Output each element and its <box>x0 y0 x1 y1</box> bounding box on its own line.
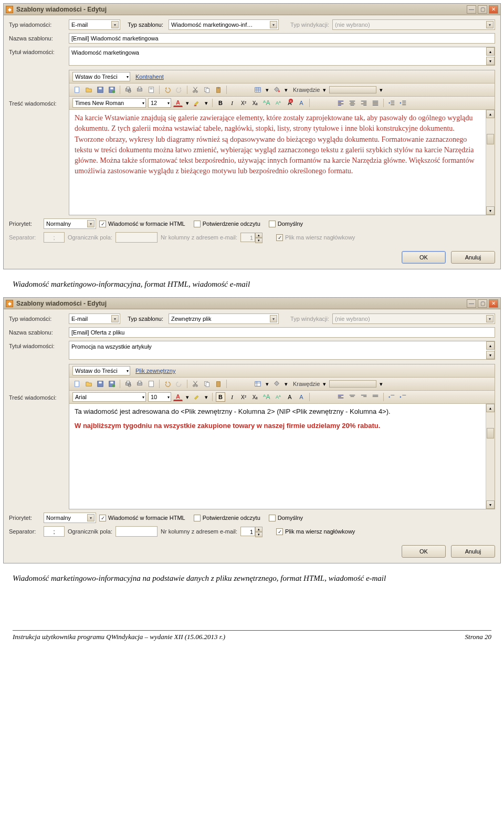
outdent-icon[interactable] <box>387 98 396 108</box>
indent-icon[interactable] <box>398 392 408 402</box>
scroll-down-icon[interactable]: ▾ <box>486 500 495 509</box>
superscript-icon[interactable]: X² <box>239 98 248 108</box>
bold-icon[interactable]: B <box>216 392 225 402</box>
paste-icon[interactable] <box>214 85 223 95</box>
editor-content[interactable]: Ta wiadomość jest adresowana do <Plik ze… <box>69 404 486 509</box>
fill-color-icon[interactable] <box>272 379 281 389</box>
checkbox-html-format[interactable]: ✓ Wiadomość w formacie HTML <box>99 515 185 521</box>
textarea-msg-title[interactable]: Promocja na wszystkie artykuły ▴ ▾ <box>69 341 495 360</box>
cancel-button[interactable]: Anuluj <box>451 545 495 558</box>
checkbox-read-receipt[interactable]: Potwierdzenie odczytu <box>194 221 260 227</box>
chevron-down-icon[interactable]: ▾ <box>322 379 327 389</box>
select-msg-type[interactable]: E-mail ▾ <box>69 19 120 30</box>
scroll-thumb[interactable] <box>487 428 494 438</box>
chevron-down-icon[interactable]: ▾ <box>284 379 289 389</box>
undo-icon[interactable] <box>163 85 172 95</box>
align-left-icon[interactable] <box>336 98 345 108</box>
down-icon[interactable]: ▾ <box>255 532 262 537</box>
checkbox-default[interactable]: Domyślny <box>269 221 303 227</box>
cut-icon[interactable] <box>191 85 200 95</box>
save-as-icon[interactable] <box>107 379 117 389</box>
select-msg-type[interactable]: E-mail ▾ <box>69 314 120 324</box>
shrink-font-icon[interactable]: Aᴬ <box>274 392 283 402</box>
print-preview-icon[interactable] <box>123 85 133 95</box>
font-color-icon[interactable]: A <box>173 99 183 107</box>
insert-to-content-dropdown[interactable]: Wstaw do Treści ▾ <box>72 366 130 375</box>
checkbox-read-receipt[interactable]: Potwierdzenie odczytu <box>194 515 260 521</box>
chevron-down-icon[interactable]: ▾ <box>204 98 209 108</box>
chevron-down-icon[interactable]: ▾ <box>379 85 384 95</box>
paste-icon[interactable] <box>214 379 223 389</box>
page-setup-icon[interactable] <box>146 85 156 95</box>
maximize-button[interactable]: ▢ <box>478 299 487 308</box>
subscript-icon[interactable]: X₂ <box>250 98 260 108</box>
scroll-down-icon[interactable]: ▾ <box>486 351 495 359</box>
font-dialog-icon[interactable]: A <box>297 98 306 108</box>
spinner-buttons[interactable]: ▴▾ <box>255 527 262 536</box>
close-button[interactable]: ✕ <box>489 5 498 14</box>
fill-color-icon[interactable] <box>272 85 281 95</box>
open-folder-icon[interactable] <box>84 379 93 389</box>
align-center-icon[interactable] <box>348 392 357 402</box>
maximize-button[interactable]: ▢ <box>478 5 487 14</box>
print-icon[interactable] <box>135 379 144 389</box>
insert-link[interactable]: Plik zewnętrzny <box>135 368 175 374</box>
save-icon[interactable] <box>96 379 105 389</box>
input-separator[interactable]: ; <box>44 526 65 537</box>
minimize-button[interactable]: — <box>467 5 476 14</box>
scroll-up-icon[interactable]: ▴ <box>486 404 495 412</box>
clear-format-icon[interactable]: A× <box>285 98 295 108</box>
insert-table-icon[interactable] <box>253 85 262 95</box>
scrollbar[interactable]: ▴ ▾ <box>486 110 495 215</box>
scrollbar[interactable]: ▴ ▾ <box>486 404 495 509</box>
editor-body[interactable]: Ta wiadomość jest adresowana do <Plik ze… <box>69 404 495 509</box>
chevron-down-icon[interactable]: ▾ <box>265 85 270 95</box>
checkbox-default[interactable]: Domyślny <box>269 515 303 521</box>
ok-button[interactable]: OK <box>402 251 446 264</box>
select-tpl-type[interactable]: Wiadomość marketingowo-inf… ▾ <box>169 19 279 30</box>
spinner-col-email[interactable]: 1 ▴▾ <box>240 527 262 536</box>
print-icon[interactable] <box>135 85 144 95</box>
chevron-down-icon[interactable]: ▾ <box>284 85 289 95</box>
checkbox-html-format[interactable]: ✓ Wiadomość w formacie HTML <box>99 221 185 227</box>
font-family-select[interactable]: Times New Roman ▾ <box>72 98 146 108</box>
input-template-name[interactable]: [Email] Oferta z pliku <box>69 327 495 338</box>
input-field-delim[interactable] <box>116 526 158 537</box>
chevron-down-icon[interactable]: ▾ <box>185 392 190 402</box>
chevron-down-icon[interactable]: ▾ <box>185 98 190 108</box>
save-as-icon[interactable] <box>107 85 117 95</box>
input-template-name[interactable]: [Email] Wiadomość marketingowa <box>69 33 495 44</box>
italic-icon[interactable]: I <box>227 98 237 108</box>
select-tpl-type[interactable]: Zewnętrzny plik ▾ <box>169 314 279 324</box>
font-size-select[interactable]: 10 ▾ <box>148 392 171 402</box>
font-dialog-icon[interactable]: A <box>297 392 306 402</box>
chevron-down-icon[interactable]: ▾ <box>265 379 270 389</box>
redo-icon[interactable] <box>174 379 184 389</box>
open-folder-icon[interactable] <box>84 85 93 95</box>
superscript-icon[interactable]: X² <box>239 392 248 402</box>
new-file-icon[interactable] <box>72 85 82 95</box>
chevron-down-icon[interactable]: ▾ <box>379 379 384 389</box>
chevron-down-icon[interactable]: ▾ <box>204 392 209 402</box>
insert-table-icon[interactable] <box>253 379 262 389</box>
insert-to-content-dropdown[interactable]: Wstaw do Treści ▾ <box>72 72 130 81</box>
ok-button[interactable]: OK <box>402 545 446 558</box>
cut-icon[interactable] <box>191 379 200 389</box>
border-style-dropdown[interactable] <box>329 86 376 93</box>
font-size-select[interactable]: 12 ▾ <box>148 98 171 108</box>
subscript-icon[interactable]: X₂ <box>250 392 260 402</box>
scroll-thumb[interactable] <box>487 134 494 144</box>
italic-icon[interactable]: I <box>227 392 237 402</box>
align-justify-icon[interactable] <box>371 98 380 108</box>
grow-font-icon[interactable]: ᴬA <box>262 98 271 108</box>
align-right-icon[interactable] <box>359 98 369 108</box>
scroll-up-icon[interactable]: ▴ <box>486 341 495 350</box>
redo-icon[interactable] <box>174 85 184 95</box>
grow-font-icon[interactable]: ᴬA <box>262 392 271 402</box>
outdent-icon[interactable] <box>387 392 396 402</box>
close-button[interactable]: ✕ <box>489 299 498 308</box>
select-priority[interactable]: Normalny ▾ <box>44 513 96 523</box>
chevron-down-icon[interactable]: ▾ <box>322 85 327 95</box>
clear-format-icon[interactable]: A <box>285 392 295 402</box>
align-center-icon[interactable] <box>348 98 357 108</box>
